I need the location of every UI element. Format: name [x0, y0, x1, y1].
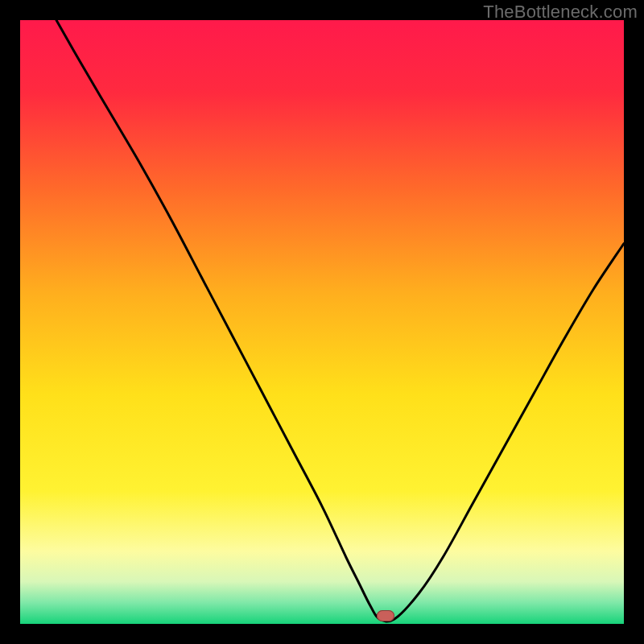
chart-frame: TheBottleneck.com: [0, 0, 644, 644]
bottleneck-curve: [56, 20, 624, 621]
optimal-marker: [377, 610, 394, 621]
plot-area: [20, 20, 624, 624]
watermark-text: TheBottleneck.com: [483, 2, 638, 23]
curve-layer: [20, 20, 624, 624]
